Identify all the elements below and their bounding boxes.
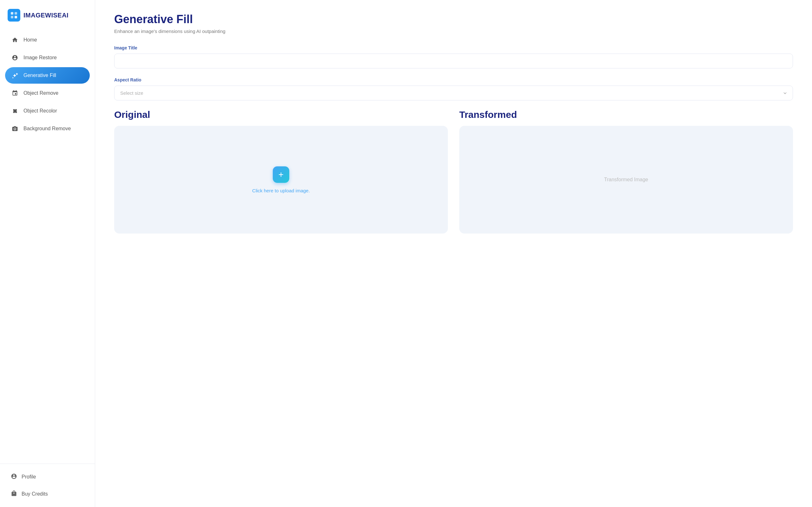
original-panel: Original + Click here to upload image.: [114, 109, 448, 233]
sidebar-item-background-remove[interactable]: Background Remove: [5, 120, 90, 137]
sidebar-item-object-remove[interactable]: Object Remove: [5, 85, 90, 101]
aspect-ratio-section: Aspect Ratio Select size 1:1 Square 16:9…: [114, 77, 793, 101]
sidebar-item-background-remove-label: Background Remove: [23, 126, 71, 131]
svg-rect-3: [14, 16, 17, 18]
original-panel-title: Original: [114, 109, 448, 120]
background-remove-icon: [11, 124, 19, 133]
sidebar-item-home-label: Home: [23, 37, 37, 43]
sidebar-item-object-recolor-label: Object Recolor: [23, 108, 57, 114]
buy-credits-icon: [11, 490, 17, 498]
transformed-placeholder: Transformed Image: [604, 177, 648, 182]
logo-icon: [8, 9, 20, 21]
sidebar-item-object-remove-label: Object Remove: [23, 90, 58, 96]
svg-rect-0: [11, 12, 13, 14]
sidebar-bottom: Profile Buy Credits: [0, 464, 95, 507]
sidebar-item-object-recolor[interactable]: Object Recolor: [5, 103, 90, 119]
svg-rect-1: [14, 12, 17, 14]
upload-text: Click here to upload image.: [252, 188, 310, 193]
sidebar-item-image-restore-label: Image Restore: [23, 55, 57, 60]
transformed-area: Transformed Image: [459, 126, 793, 233]
page-subtitle: Enhance an image's dimensions using AI o…: [114, 29, 793, 34]
sidebar-item-profile-label: Profile: [21, 474, 36, 480]
aspect-ratio-select[interactable]: Select size 1:1 Square 16:9 Landscape 9:…: [114, 86, 793, 101]
generative-fill-icon: [11, 71, 19, 79]
image-title-label: Image Title: [114, 45, 793, 50]
sidebar-item-profile[interactable]: Profile: [5, 469, 90, 485]
logo[interactable]: IMAGEWISEAI: [0, 0, 95, 29]
upload-button[interactable]: +: [273, 166, 289, 183]
sidebar: IMAGEWISEAI Home Image Restore: [0, 0, 95, 507]
page-title: Generative Fill: [114, 13, 793, 26]
profile-icon: [11, 473, 17, 481]
sidebar-item-buy-credits[interactable]: Buy Credits: [5, 486, 90, 502]
transformed-panel: Transformed Transformed Image: [459, 109, 793, 233]
object-remove-icon: [11, 89, 19, 97]
aspect-ratio-label: Aspect Ratio: [114, 77, 793, 82]
sidebar-nav: Home Image Restore Generative Fill: [0, 29, 95, 464]
image-title-section: Image Title: [114, 45, 793, 68]
sidebar-item-buy-credits-label: Buy Credits: [21, 491, 48, 497]
transformed-panel-title: Transformed: [459, 109, 793, 120]
image-restore-icon: [11, 54, 19, 62]
image-title-input[interactable]: [114, 54, 793, 68]
panels-row: Original + Click here to upload image. T…: [114, 109, 793, 233]
sidebar-item-generative-fill-label: Generative Fill: [23, 72, 56, 78]
svg-rect-2: [11, 16, 13, 18]
upload-area[interactable]: + Click here to upload image.: [114, 126, 448, 233]
main-content: Generative Fill Enhance an image's dimen…: [95, 0, 812, 507]
sidebar-item-generative-fill[interactable]: Generative Fill: [5, 67, 90, 83]
logo-text: IMAGEWISEAI: [23, 12, 68, 19]
sidebar-item-image-restore[interactable]: Image Restore: [5, 49, 90, 66]
object-recolor-icon: [11, 107, 19, 115]
sidebar-item-home[interactable]: Home: [5, 32, 90, 48]
plus-icon: +: [278, 170, 284, 180]
home-icon: [11, 36, 19, 44]
